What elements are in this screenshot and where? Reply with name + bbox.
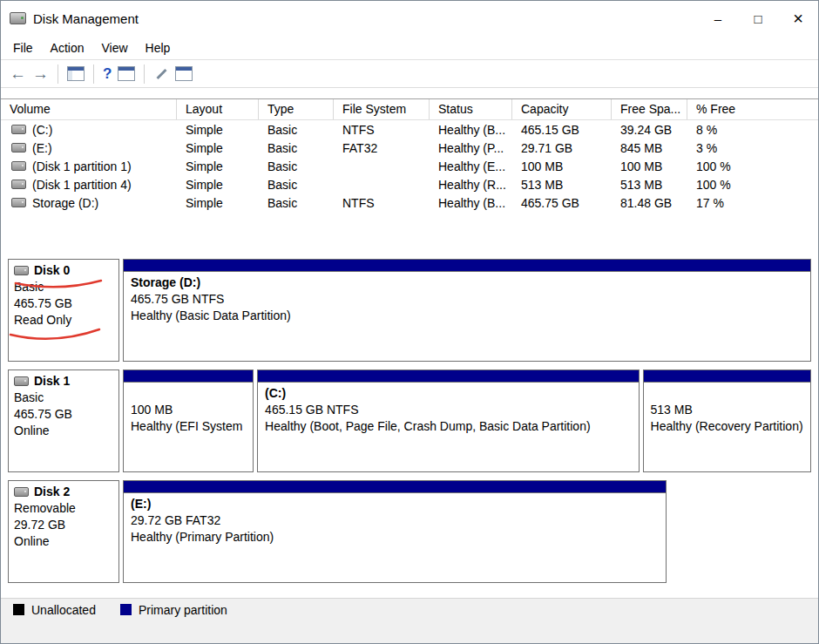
column-header-volume[interactable]: Volume bbox=[1, 99, 177, 119]
volume-capacity: 29.71 GB bbox=[512, 141, 612, 155]
volume-pct-free: 8 % bbox=[687, 123, 818, 137]
partition-recovery[interactable]: 513 MB Healthy (Recovery Partition) bbox=[643, 369, 811, 472]
disk-name: Disk 0 bbox=[34, 262, 70, 279]
menu-action[interactable]: Action bbox=[42, 41, 93, 55]
column-header-layout[interactable]: Layout bbox=[177, 99, 259, 119]
graphical-view-pane: Disk 0 Basic 465.75 GB Read Only Storage… bbox=[1, 254, 818, 598]
volume-list-header: Volume Layout Type File System Status Ca… bbox=[1, 99, 818, 120]
disk-kind: Basic bbox=[14, 390, 113, 406]
menu-file[interactable]: File bbox=[4, 41, 42, 55]
menu-help[interactable]: Help bbox=[137, 41, 179, 55]
volume-status: Healthy (B... bbox=[430, 196, 512, 210]
column-header-type[interactable]: Type bbox=[259, 99, 334, 119]
primary-partition-strip bbox=[258, 370, 638, 383]
close-button[interactable]: × bbox=[778, 1, 818, 36]
partition-health: Healthy (Basic Data Partition) bbox=[131, 308, 803, 324]
drive-icon bbox=[11, 143, 26, 153]
volume-name: (Disk 1 partition 1) bbox=[32, 159, 132, 173]
volume-type: Basic bbox=[259, 159, 334, 173]
volume-capacity: 100 MB bbox=[512, 159, 612, 173]
volume-status: Healthy (P... bbox=[430, 141, 512, 155]
volume-layout: Simple bbox=[177, 141, 259, 155]
partition-storage-d[interactable]: Storage (D:) 465.75 GB NTFS Healthy (Bas… bbox=[123, 259, 811, 362]
disk-0-label[interactable]: Disk 0 Basic 465.75 GB Read Only bbox=[8, 259, 119, 362]
disk-name: Disk 2 bbox=[34, 484, 70, 500]
maximize-button[interactable]: □ bbox=[738, 1, 778, 36]
table-row[interactable]: (E:) Simple Basic FAT32 Healthy (P... 29… bbox=[1, 139, 818, 157]
table-row[interactable]: (C:) Simple Basic NTFS Healthy (B... 465… bbox=[1, 120, 818, 139]
disk-name: Disk 1 bbox=[34, 373, 70, 390]
volume-type: Basic bbox=[259, 196, 334, 210]
partition-title: (C:) bbox=[265, 385, 631, 402]
volume-pct-free: 3 % bbox=[687, 141, 818, 155]
drive-icon bbox=[11, 180, 26, 189]
primary-partition-swatch bbox=[120, 604, 132, 615]
volume-status: Healthy (R... bbox=[430, 178, 512, 192]
table-row[interactable]: Storage (D:) Simple Basic NTFS Healthy (… bbox=[1, 193, 818, 212]
column-header-status[interactable]: Status bbox=[430, 99, 512, 119]
volume-name: (Disk 1 partition 4) bbox=[32, 178, 132, 192]
partition-detail: 465.15 GB NTFS bbox=[265, 402, 631, 418]
partition-efi-system[interactable]: 100 MB Healthy (EFI System bbox=[123, 369, 254, 472]
launch-tool-icon[interactable] bbox=[153, 67, 169, 81]
drive-icon bbox=[11, 125, 26, 134]
volume-layout: Simple bbox=[177, 123, 259, 137]
menu-view[interactable]: View bbox=[92, 41, 136, 55]
partition-health: Healthy (Recovery Partition) bbox=[651, 418, 803, 435]
partition-info: 513 MB Healthy (Recovery Partition) bbox=[644, 383, 810, 437]
volume-free-space: 39.24 GB bbox=[612, 123, 687, 137]
disk-icon bbox=[14, 487, 29, 497]
column-header-pct-free[interactable]: % Free bbox=[687, 99, 818, 119]
volume-file-system: NTFS bbox=[334, 123, 430, 137]
back-icon[interactable]: ← bbox=[10, 65, 26, 83]
volume-pct-free: 17 % bbox=[687, 196, 818, 210]
toolbar-separator bbox=[93, 64, 94, 84]
partition-info: Storage (D:) 465.75 GB NTFS Healthy (Bas… bbox=[124, 272, 810, 327]
partition-title: Storage (D:) bbox=[131, 275, 803, 291]
volume-capacity: 513 MB bbox=[512, 178, 612, 192]
volume-name: (E:) bbox=[32, 141, 52, 155]
unallocated-label: Unallocated bbox=[31, 603, 96, 617]
forward-icon[interactable]: → bbox=[32, 65, 49, 83]
action-window-icon[interactable] bbox=[175, 66, 193, 81]
volume-status: Healthy (E... bbox=[430, 159, 512, 173]
column-header-free-space[interactable]: Free Spa... bbox=[612, 99, 687, 119]
table-row[interactable]: (Disk 1 partition 4) Simple Basic Health… bbox=[1, 175, 818, 193]
volume-name: Storage (D:) bbox=[32, 196, 98, 210]
disk-1-row: Disk 1 Basic 465.75 GB Online 100 MB Hea… bbox=[8, 369, 811, 472]
partition-e[interactable]: (E:) 29.72 GB FAT32 Healthy (Primary Par… bbox=[123, 480, 667, 583]
toolbar-gap bbox=[1, 88, 818, 98]
disk-management-window: Disk Management – □ × File Action View H… bbox=[0, 0, 819, 644]
table-row[interactable]: (Disk 1 partition 1) Simple Basic Health… bbox=[1, 157, 818, 175]
disk-status: Online bbox=[14, 533, 113, 550]
partition-health: Healthy (EFI System bbox=[131, 418, 246, 435]
properties-icon[interactable] bbox=[118, 66, 135, 81]
app-icon bbox=[10, 12, 26, 24]
partition-title bbox=[651, 385, 803, 402]
disk-size: 465.75 GB bbox=[14, 295, 113, 312]
partition-info: 100 MB Healthy (EFI System bbox=[124, 383, 253, 437]
disk-status: Online bbox=[14, 423, 113, 439]
volume-file-system: FAT32 bbox=[334, 141, 430, 155]
primary-partition-strip bbox=[644, 370, 810, 383]
primary-partition-label: Primary partition bbox=[139, 603, 227, 617]
column-header-file-system[interactable]: File System bbox=[334, 99, 430, 119]
disk-icon bbox=[14, 376, 29, 386]
volume-pct-free: 100 % bbox=[687, 178, 818, 192]
disk-1-label[interactable]: Disk 1 Basic 465.75 GB Online bbox=[8, 369, 119, 472]
partition-health: Healthy (Primary Partition) bbox=[131, 529, 659, 546]
partition-detail: 465.75 GB NTFS bbox=[131, 291, 803, 308]
volume-type: Basic bbox=[259, 123, 334, 137]
column-header-capacity[interactable]: Capacity bbox=[512, 99, 612, 119]
partition-c[interactable]: (C:) 465.15 GB NTFS Healthy (Boot, Page … bbox=[257, 369, 639, 472]
minimize-button[interactable]: – bbox=[698, 1, 738, 36]
help-icon[interactable]: ? bbox=[103, 65, 112, 83]
partition-title: (E:) bbox=[131, 496, 659, 512]
volume-layout: Simple bbox=[177, 196, 259, 210]
partition-health: Healthy (Boot, Page File, Crash Dump, Ba… bbox=[265, 418, 631, 435]
show-console-tree-icon[interactable] bbox=[67, 66, 85, 81]
toolbar-separator bbox=[58, 64, 58, 84]
title-bar: Disk Management – □ × bbox=[1, 1, 818, 36]
volume-free-space: 100 MB bbox=[612, 159, 687, 173]
disk-2-label[interactable]: Disk 2 Removable 29.72 GB Online bbox=[8, 480, 119, 583]
